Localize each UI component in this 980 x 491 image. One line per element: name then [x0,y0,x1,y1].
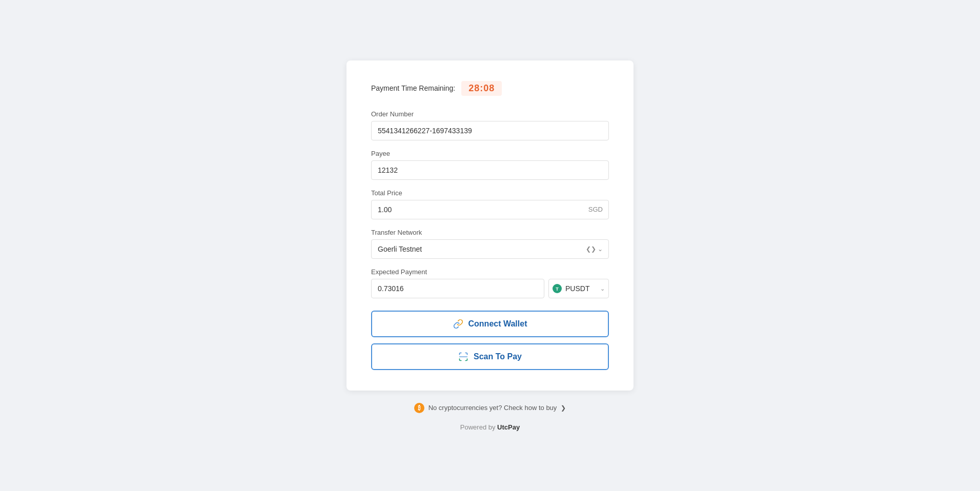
page-wrapper: Payment Time Remaining: 28:08 Order Numb… [0,60,980,431]
order-number-label: Order Number [371,110,609,118]
crypto-hint[interactable]: ₿ No cryptocurrencies yet? Check how to … [414,401,566,415]
connect-wallet-icon [453,319,463,329]
footer: Powered by UtcPay [460,423,520,431]
scan-to-pay-label: Scan To Pay [474,352,522,361]
token-select[interactable]: PUSDT USDT USDC [548,279,609,298]
order-number-field: Order Number [371,110,609,140]
transfer-network-label: Transfer Network [371,229,609,236]
payee-field: Payee [371,150,609,180]
total-price-field: Total Price SGD [371,189,609,219]
total-price-input-wrapper: SGD [371,200,609,219]
expected-payment-field: Expected Payment T PUSDT USDT USDC ⌄ [371,268,609,298]
order-number-input[interactable] [371,121,609,140]
transfer-network-field: Transfer Network Goerli Testnet Ethereum… [371,229,609,259]
bitcoin-icon: ₿ [414,403,424,413]
token-select-wrapper: T PUSDT USDT USDC ⌄ [548,279,609,298]
expected-payment-label: Expected Payment [371,268,609,276]
timer-value: 28:08 [461,81,502,96]
total-price-input[interactable] [371,200,609,219]
connect-wallet-label: Connect Wallet [468,319,527,329]
payee-label: Payee [371,150,609,157]
payment-card: Payment Time Remaining: 28:08 Order Numb… [346,60,634,391]
expected-amount-input[interactable] [371,279,544,298]
timer-row: Payment Time Remaining: 28:08 [371,81,609,96]
scan-to-pay-icon [458,352,468,362]
transfer-network-select-wrapper: Goerli Testnet Ethereum Mainnet BSC Main… [371,239,609,259]
footer-text: Powered by [460,423,497,431]
footer-brand: UtcPay [497,423,520,431]
buttons-area: Connect Wallet Scan To Pay [371,311,609,370]
timer-label: Payment Time Remaining: [371,84,455,92]
expected-payment-row: T PUSDT USDT USDC ⌄ [371,279,609,298]
crypto-hint-text: No cryptocurrencies yet? Check how to bu… [428,404,557,412]
total-price-label: Total Price [371,189,609,197]
crypto-hint-arrow-icon: ❯ [561,404,566,412]
scan-to-pay-button[interactable]: Scan To Pay [371,343,609,370]
svg-text:₿: ₿ [418,405,421,411]
currency-suffix: SGD [588,206,603,213]
transfer-network-select[interactable]: Goerli Testnet Ethereum Mainnet BSC Main… [371,239,609,259]
connect-wallet-button[interactable]: Connect Wallet [371,311,609,337]
payee-input[interactable] [371,160,609,180]
